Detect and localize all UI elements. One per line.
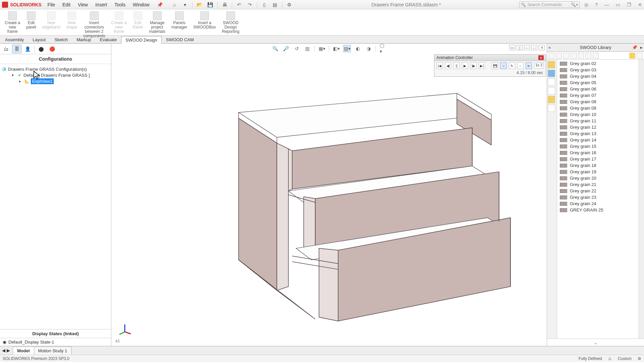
- graphics-viewport[interactable]: 🔍 🔎 ↺ ▥ ▦▾ ◧▾ ▨▾ ◐ ◑ 🖵▾ ▭ ▯ — □ ✕: [111, 44, 547, 346]
- vp-min-icon[interactable]: —: [524, 45, 530, 50]
- print-icon[interactable]: 🖶: [221, 1, 228, 8]
- tab-swood-cam[interactable]: SWOOD CAM: [162, 36, 198, 43]
- rebuild-icon[interactable]: ▤: [271, 1, 279, 8]
- lib-tool-7-icon[interactable]: [593, 53, 599, 59]
- library-item[interactable]: Grey grain 24: [557, 200, 639, 207]
- library-item[interactable]: Grey grain 10: [557, 111, 639, 118]
- status-units[interactable]: Custom: [618, 356, 632, 361]
- library-item[interactable]: GREY GRAIN 25: [557, 207, 639, 213]
- lib-cat-4-icon[interactable]: [548, 87, 555, 95]
- library-item[interactable]: Grey grain 22: [557, 188, 639, 194]
- lib-tool-6-icon[interactable]: [585, 53, 591, 59]
- vp-split2-icon[interactable]: ▯: [517, 45, 523, 50]
- status-warning-icon[interactable]: ⚠: [608, 356, 612, 361]
- menu-insert[interactable]: Insert: [95, 2, 107, 7]
- anim-next-icon[interactable]: |▶: [470, 62, 477, 69]
- home-icon[interactable]: ⌂: [171, 1, 178, 8]
- tab-markup[interactable]: Markup: [72, 36, 95, 43]
- zoom-fit-icon[interactable]: 🔍: [272, 45, 279, 52]
- notifications-icon[interactable]: ◎: [584, 2, 588, 7]
- anim-loop-icon[interactable]: ↔: [500, 62, 506, 69]
- library-item[interactable]: Grey grain 03: [557, 67, 639, 73]
- menu-pin-icon[interactable]: 📌: [157, 2, 163, 7]
- tab-assembly[interactable]: Assembly: [1, 36, 28, 43]
- ribbon-btn-0[interactable]: Create anewframe: [2, 11, 23, 35]
- library-item[interactable]: Grey grain 15: [557, 143, 639, 149]
- motion-next-icon[interactable]: ▶: [7, 348, 10, 353]
- anim-repeat-icon[interactable]: ↻: [509, 62, 515, 69]
- motion-prev-icon[interactable]: ◀: [2, 348, 5, 353]
- search-commands-input[interactable]: 🔍 Search Commands 🔍▾: [519, 1, 580, 8]
- close-icon[interactable]: ✕: [638, 2, 642, 7]
- tree-root[interactable]: 🧊 Drawers Frame GRASS Configuration(s): [1, 66, 110, 72]
- library-item[interactable]: Grey grain 09: [557, 105, 639, 111]
- menu-view[interactable]: View: [78, 2, 88, 7]
- anim-reverse-icon[interactable]: ←: [517, 62, 524, 69]
- chevron-down-icon[interactable]: ⌄: [594, 340, 598, 345]
- search-dropdown-icon[interactable]: 🔍▾: [571, 2, 578, 7]
- library-item[interactable]: Grey grain 16: [557, 149, 639, 156]
- animation-controller-window[interactable]: Animation Controller ✕ |◀ ◀| || ▶ |▶ ▶| …: [434, 54, 546, 77]
- previous-view-icon[interactable]: ↺: [293, 45, 301, 52]
- zoom-area-icon[interactable]: 🔎: [282, 45, 290, 52]
- tree-config[interactable]: ▾ ✔ Default [ Drawers Frame GRASS ]: [1, 72, 110, 78]
- configuration-tree[interactable]: 🧊 Drawers Frame GRASS Configuration(s) ▾…: [0, 64, 111, 329]
- lib-refresh-icon[interactable]: [637, 53, 643, 59]
- appearance-tab-icon[interactable]: 🔴: [47, 45, 57, 53]
- vp-close-icon[interactable]: ✕: [539, 45, 545, 50]
- scene-icon[interactable]: ◑: [365, 45, 372, 52]
- undo-icon[interactable]: ↶: [235, 1, 243, 8]
- ribbon-btn-1[interactable]: Editpanel: [23, 11, 39, 30]
- lib-cat-1-icon[interactable]: [548, 61, 555, 68]
- bottom-tab-model[interactable]: Model: [13, 347, 34, 355]
- library-scrollbar[interactable]: [639, 60, 644, 339]
- anim-save-icon[interactable]: 💾: [492, 62, 498, 69]
- menu-tools[interactable]: Tools: [114, 2, 125, 7]
- library-item[interactable]: Grey grain 12: [557, 124, 639, 130]
- anim-prev-icon[interactable]: ◀|: [445, 62, 451, 69]
- lib-tool-5-icon[interactable]: [578, 53, 584, 59]
- lib-tool-3-icon[interactable]: [563, 53, 569, 59]
- status-gear-icon[interactable]: ⚙: [638, 356, 641, 361]
- animation-controller-titlebar[interactable]: Animation Controller ✕: [434, 55, 546, 61]
- library-item[interactable]: Grey grain 19: [557, 169, 639, 175]
- lib-cat-6-icon[interactable]: [548, 105, 555, 112]
- ribbon-btn-8[interactable]: Panelsmanager: [169, 11, 190, 30]
- anim-slow-icon[interactable]: ⇤: [526, 62, 532, 69]
- lib-favorite-icon[interactable]: [629, 53, 635, 59]
- layout-icon[interactable]: ▭: [616, 2, 620, 7]
- property-manager-tab-icon[interactable]: 👤: [23, 45, 32, 53]
- library-close-icon[interactable]: ▸: [640, 45, 643, 50]
- tab-layout[interactable]: Layout: [28, 36, 50, 43]
- lib-tool-2-icon[interactable]: [556, 53, 562, 59]
- library-item[interactable]: Grey grain 08: [557, 99, 639, 105]
- configuration-manager-tab-icon[interactable]: 🗄: [12, 45, 21, 53]
- lib-tool-4-icon[interactable]: [571, 53, 577, 59]
- render-icon[interactable]: 🖵▾: [379, 45, 387, 52]
- select-icon[interactable]: ▯: [261, 1, 268, 8]
- help-icon[interactable]: ?: [595, 2, 598, 7]
- tab-swood-design[interactable]: SWOOD Design: [121, 36, 162, 44]
- library-item[interactable]: Grey grain 06: [557, 86, 639, 92]
- anim-play-icon[interactable]: ▶: [462, 62, 468, 69]
- tab-evaluate[interactable]: Evaluate: [96, 36, 121, 43]
- new-icon[interactable]: ▾: [181, 1, 189, 8]
- display-state-row[interactable]: ◉ Default_Display State-1: [0, 338, 111, 346]
- library-header[interactable]: « SWOOD Library 📌 ▸: [547, 44, 644, 52]
- menu-window[interactable]: Window: [133, 2, 150, 7]
- anim-pause-icon[interactable]: ||: [453, 62, 460, 69]
- lib-cat-3-icon[interactable]: [548, 78, 555, 86]
- tree-explview[interactable]: ▸ 📐 ExplView1: [1, 78, 110, 84]
- menu-file[interactable]: File: [47, 2, 55, 7]
- library-list[interactable]: Grey grain 02Grey grain 03Grey grain 04G…: [557, 60, 639, 339]
- anim-speed-input[interactable]: 1x 2: [534, 63, 544, 69]
- redo-icon[interactable]: ↷: [246, 1, 254, 8]
- library-item[interactable]: Grey grain 17: [557, 156, 639, 162]
- orientation-triad-icon[interactable]: [118, 322, 131, 336]
- library-item[interactable]: Grey grain 21: [557, 181, 639, 188]
- restore-icon[interactable]: ❐: [627, 2, 631, 7]
- lib-cat-2-icon[interactable]: [548, 70, 555, 77]
- library-item[interactable]: Grey grain 04: [557, 73, 639, 79]
- anim-start-icon[interactable]: |◀: [436, 62, 443, 69]
- display-style-icon[interactable]: ◧▾: [333, 45, 340, 52]
